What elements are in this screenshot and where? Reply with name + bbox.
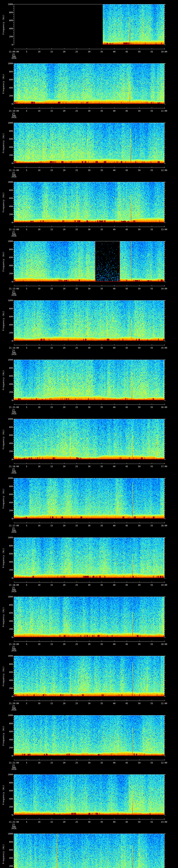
y-tick-label: 0 [0,340,13,342]
y-tick-label: 600 [0,316,13,318]
y-tick-label: 400 [0,679,13,681]
date-year: 2016 [11,353,17,355]
y-tick-label: 200 [0,806,13,808]
y-axis-title: Frequency (Hz) [2,419,5,460]
x-minute-tick-label: 10 [38,406,40,408]
x-minute-tick-label: 10 [38,228,40,230]
spectrogram-panel: Frequency (Hz) 21:20:00 21:00 21 Sep 201… [0,652,178,711]
spectrogram-panel: Frequency (Hz) 21:13:00 14:00 21 Sep 201… [0,237,178,296]
y-tick-label: 0 [0,577,13,579]
y-tick-label: 1000 [0,774,13,776]
x-minute-tick-label: 5 [26,406,27,408]
x-minute-tick-label: 45 [125,51,128,53]
y-tick-label: 600 [0,434,13,436]
x-minute-tick-label: 50 [138,51,141,53]
x-minute-tick-label: 40 [113,702,115,705]
x-minute-tick-label: 15 [51,465,53,467]
y-tick-label: 800 [0,782,13,784]
x-minute-tick-label: 10 [38,347,40,349]
date-year: 2016 [11,709,17,711]
date-year: 2016 [11,176,17,178]
y-axis-title: Frequency (Hz) [2,715,5,756]
y-tick-label: 400 [0,265,13,267]
date-year: 2016 [11,57,17,59]
x-minute-tick-label: 40 [113,288,115,290]
x-minute-tick-label: 40 [113,110,115,112]
x-minute-tick-label: 15 [51,762,53,764]
x-minute-tick-label: 50 [138,821,141,823]
y-axis-title: Frequency (Hz) [2,241,5,282]
x-minute-tick-label: 10 [38,51,40,53]
y-tick-label: 1000 [0,833,13,835]
x-minute-tick-label: 30 [88,51,90,53]
x-minute-tick-label: 50 [138,169,141,172]
x-minute-tick-label: 20 [63,347,65,349]
x-minute-tick-label: 50 [138,347,141,349]
x-minute-tick-label: 35 [100,51,103,53]
spectrogram-panel: Frequency (Hz) 21:18:00 19:00 21 Sep 201… [0,533,178,593]
x-minute-tick-label: 5 [26,51,27,53]
y-tick-label: 200 [0,569,13,571]
x-minute-tick-label: 50 [138,584,141,586]
y-tick-label: 1000 [0,536,13,539]
y-tick-label: 600 [0,256,13,258]
y-axis-title: Frequency (Hz) [2,123,5,163]
x-minute-tick-label: 20 [63,821,65,823]
y-axis-title: Frequency (Hz) [2,182,5,222]
x-minute-tick-label: 25 [76,288,78,290]
x-minute-tick-label: 15 [51,702,53,705]
x-end-time-label: 17:00 [161,465,167,467]
x-minute-tick-label: 20 [63,406,65,408]
x-minute-tick-label: 10 [38,821,40,823]
y-tick-label: 0 [0,44,13,46]
x-minute-tick-label: 5 [26,821,27,823]
x-minute-tick-label: 40 [113,525,115,527]
x-end-time-label: 21:00 [161,702,167,705]
x-minute-tick-label: 30 [88,762,90,764]
x-minute-tick-label: 10 [38,702,40,705]
x-end-time-label: 20:00 [161,643,167,645]
y-tick-label: 0 [0,814,13,816]
x-minute-tick-label: 25 [76,347,78,349]
spectrogram-panel: Frequency (Hz) 21:17:00 18:00 21 Sep 201… [0,474,178,533]
x-minute-tick-label: 25 [76,584,78,586]
x-minute-tick-label: 30 [88,702,90,705]
y-tick-label: 0 [0,695,13,698]
y-tick-label: 600 [0,197,13,199]
x-start-time-label: 21:19:00 [9,643,19,645]
x-minute-tick-label: 30 [88,821,90,823]
y-tick-label: 800 [0,11,13,13]
x-minute-tick-label: 15 [51,110,53,112]
y-tick-label: 200 [0,865,13,867]
y-tick-label: 200 [0,450,13,453]
x-end-time-label: 22:00 [161,762,167,764]
y-axis-title: Frequency (Hz) [2,4,5,45]
y-tick-label: 1000 [0,477,13,479]
spectrogram-page: { "figure": { "y_axis_title": "Frequency… [0,0,178,868]
spectrogram-panel: Frequency (Hz) 21:09:00 10:00 21 Sep 201… [0,0,178,59]
x-minute-tick-label: 5 [26,110,27,112]
x-minute-tick-label: 50 [138,465,141,467]
x-minute-tick-label: 40 [113,762,115,764]
y-tick-label: 800 [0,604,13,606]
date-year: 2016 [11,650,17,652]
x-minute-tick-label: 15 [51,347,53,349]
y-tick-label: 1000 [0,300,13,302]
x-minute-tick-label: 45 [125,584,128,586]
x-end-time-label: 14:00 [161,288,167,290]
x-minute-tick-label: 35 [100,228,103,230]
x-end-time-label: 19:00 [161,584,167,586]
x-minute-tick-label: 55 [151,702,153,705]
x-end-time-label: 11:00 [161,110,167,112]
y-tick-label: 400 [0,798,13,800]
x-minute-tick-label: 30 [88,110,90,112]
x-start-time-label: 21:11:00 [9,169,19,172]
x-minute-tick-label: 45 [125,406,128,408]
x-minute-tick-label: 5 [26,525,27,527]
x-start-time-label: 21:17:00 [9,525,19,527]
y-tick-label: 400 [0,28,13,30]
y-tick-label: 1000 [0,181,13,183]
x-minute-tick-label: 5 [26,762,27,764]
y-tick-label: 1000 [0,655,13,657]
x-minute-tick-label: 45 [125,762,128,764]
